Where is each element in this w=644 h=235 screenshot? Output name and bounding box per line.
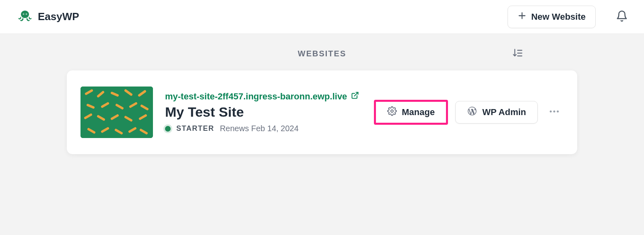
new-website-label: New Website: [531, 12, 586, 22]
wp-admin-label: WP Admin: [482, 107, 526, 118]
plus-icon: [518, 11, 526, 23]
svg-point-32: [391, 110, 393, 112]
card-actions: Manage WP Admin: [374, 100, 564, 125]
site-url[interactable]: my-test-site-2ff457.ingress-baronn.ewp.l…: [165, 91, 362, 102]
website-card: my-test-site-2ff457.ingress-baronn.ewp.l…: [67, 70, 577, 154]
svg-point-3: [23, 14, 24, 14]
gear-icon: [387, 106, 397, 118]
section-header: WEBSITES: [0, 49, 644, 58]
bell-icon[interactable]: [616, 10, 628, 24]
svg-point-35: [557, 111, 559, 113]
brand[interactable]: EasyWP: [18, 9, 79, 25]
topbar-right: New Website: [508, 6, 628, 28]
svg-point-33: [550, 111, 552, 113]
more-icon[interactable]: [545, 102, 564, 122]
status-dot-icon: [165, 126, 171, 132]
site-thumbnail: [80, 87, 153, 138]
site-meta: STARTER Renews Feb 14, 2024: [165, 124, 362, 133]
external-link-icon: [351, 91, 359, 102]
svg-point-4: [26, 14, 27, 14]
octopus-logo-icon: [18, 9, 32, 25]
wordpress-icon: [467, 106, 477, 119]
svg-point-0: [21, 10, 29, 18]
section-title: WEBSITES: [298, 49, 346, 58]
card-body: my-test-site-2ff457.ingress-baronn.ewp.l…: [165, 91, 362, 133]
site-name: My Test Site: [165, 104, 362, 120]
manage-button[interactable]: Manage: [374, 100, 448, 125]
site-url-link[interactable]: my-test-site-2ff457.ingress-baronn.ewp.l…: [165, 91, 347, 102]
brand-name: EasyWP: [38, 10, 79, 23]
topbar: EasyWP New Website: [0, 0, 644, 34]
renew-text: Renews Feb 14, 2024: [220, 124, 299, 133]
svg-point-34: [553, 111, 555, 113]
plan-badge: STARTER: [176, 124, 214, 133]
manage-label: Manage: [402, 107, 435, 118]
wp-admin-button[interactable]: WP Admin: [455, 101, 538, 124]
sort-icon[interactable]: [512, 47, 523, 60]
svg-line-31: [355, 93, 358, 96]
new-website-button[interactable]: New Website: [508, 6, 596, 28]
